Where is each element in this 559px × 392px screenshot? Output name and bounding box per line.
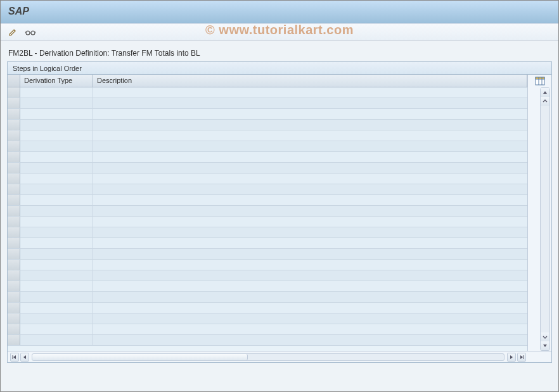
table-row[interactable] bbox=[8, 303, 527, 313]
row-selector[interactable] bbox=[8, 324, 20, 334]
table-row[interactable] bbox=[8, 120, 527, 130]
cell-description[interactable] bbox=[93, 120, 527, 130]
cell-derivation-type[interactable] bbox=[20, 238, 93, 248]
row-selector[interactable] bbox=[8, 120, 20, 130]
scroll-down-step-button[interactable] bbox=[541, 332, 549, 341]
row-selector[interactable] bbox=[8, 195, 20, 205]
row-selector[interactable] bbox=[8, 109, 20, 119]
table-row[interactable] bbox=[8, 249, 527, 260]
cell-description[interactable] bbox=[93, 184, 527, 194]
row-selector[interactable] bbox=[8, 270, 20, 281]
row-selector[interactable] bbox=[8, 98, 20, 108]
row-selector[interactable] bbox=[8, 227, 20, 237]
table-row[interactable] bbox=[8, 292, 527, 303]
cell-derivation-type[interactable] bbox=[20, 227, 93, 237]
cell-description[interactable] bbox=[93, 87, 527, 98]
row-selector[interactable] bbox=[8, 184, 20, 194]
cell-description[interactable] bbox=[93, 281, 527, 291]
row-selector[interactable] bbox=[8, 249, 20, 259]
horizontal-scroll-track[interactable] bbox=[32, 353, 504, 361]
table-row[interactable] bbox=[8, 98, 527, 109]
cell-derivation-type[interactable] bbox=[20, 130, 93, 141]
table-row[interactable] bbox=[8, 109, 527, 120]
scroll-first-button[interactable] bbox=[10, 353, 19, 362]
table-row[interactable] bbox=[8, 152, 527, 163]
cell-derivation-type[interactable] bbox=[20, 313, 93, 324]
row-selector[interactable] bbox=[8, 292, 20, 302]
table-row[interactable] bbox=[8, 324, 527, 335]
table-row[interactable] bbox=[8, 260, 527, 270]
cell-description[interactable] bbox=[93, 292, 527, 302]
row-selector[interactable] bbox=[8, 335, 20, 345]
cell-description[interactable] bbox=[93, 206, 527, 216]
table-row[interactable] bbox=[8, 217, 527, 227]
cell-description[interactable] bbox=[93, 109, 527, 119]
table-row[interactable] bbox=[8, 238, 527, 249]
row-selector[interactable] bbox=[8, 303, 20, 313]
cell-derivation-type[interactable] bbox=[20, 184, 93, 194]
cell-description[interactable] bbox=[93, 174, 527, 184]
table-row[interactable] bbox=[8, 335, 527, 346]
table-settings-button[interactable] bbox=[534, 76, 546, 86]
display-button[interactable] bbox=[23, 26, 37, 39]
cell-derivation-type[interactable] bbox=[20, 141, 93, 151]
row-selector[interactable] bbox=[8, 281, 20, 291]
row-selector[interactable] bbox=[8, 163, 20, 173]
table-row[interactable] bbox=[8, 313, 527, 324]
row-selector[interactable] bbox=[8, 217, 20, 227]
cell-derivation-type[interactable] bbox=[20, 109, 93, 119]
cell-description[interactable] bbox=[93, 313, 527, 324]
cell-description[interactable] bbox=[93, 238, 527, 248]
cell-description[interactable] bbox=[93, 227, 527, 237]
column-selector-header[interactable] bbox=[8, 75, 20, 87]
cell-description[interactable] bbox=[93, 152, 527, 162]
cell-derivation-type[interactable] bbox=[20, 98, 93, 108]
cell-description[interactable] bbox=[93, 98, 527, 108]
scroll-last-button[interactable] bbox=[517, 353, 526, 362]
row-selector[interactable] bbox=[8, 238, 20, 248]
cell-description[interactable] bbox=[93, 335, 527, 345]
table-row[interactable] bbox=[8, 174, 527, 184]
scroll-down-button[interactable] bbox=[541, 341, 549, 350]
cell-derivation-type[interactable] bbox=[20, 163, 93, 173]
cell-description[interactable] bbox=[93, 303, 527, 313]
table-row[interactable] bbox=[8, 281, 527, 292]
table-row[interactable] bbox=[8, 130, 527, 141]
cell-derivation-type[interactable] bbox=[20, 217, 93, 227]
cell-derivation-type[interactable] bbox=[20, 87, 93, 98]
cell-description[interactable] bbox=[93, 141, 527, 151]
scroll-left-button[interactable] bbox=[20, 353, 29, 362]
cell-description[interactable] bbox=[93, 270, 527, 281]
cell-description[interactable] bbox=[93, 260, 527, 270]
scroll-right-button[interactable] bbox=[507, 353, 516, 362]
cell-derivation-type[interactable] bbox=[20, 335, 93, 345]
table-row[interactable] bbox=[8, 87, 527, 98]
cell-description[interactable] bbox=[93, 249, 527, 259]
cell-description[interactable] bbox=[93, 130, 527, 141]
vertical-scrollbar[interactable] bbox=[540, 87, 550, 351]
vertical-scroll-track[interactable] bbox=[541, 106, 549, 332]
cell-description[interactable] bbox=[93, 217, 527, 227]
cell-derivation-type[interactable] bbox=[20, 292, 93, 302]
edit-button[interactable] bbox=[6, 26, 20, 39]
cell-description[interactable] bbox=[93, 195, 527, 205]
row-selector[interactable] bbox=[8, 260, 20, 270]
cell-derivation-type[interactable] bbox=[20, 281, 93, 291]
row-selector[interactable] bbox=[8, 152, 20, 162]
cell-derivation-type[interactable] bbox=[20, 206, 93, 216]
row-selector[interactable] bbox=[8, 141, 20, 151]
cell-description[interactable] bbox=[93, 324, 527, 334]
table-row[interactable] bbox=[8, 163, 527, 174]
row-selector[interactable] bbox=[8, 206, 20, 216]
table-row[interactable] bbox=[8, 141, 527, 152]
table-row[interactable] bbox=[8, 227, 527, 238]
row-selector[interactable] bbox=[8, 130, 20, 141]
table-row[interactable] bbox=[8, 206, 527, 217]
column-header-derivation-type[interactable]: Derivation Type bbox=[20, 75, 93, 87]
column-header-description[interactable]: Description bbox=[93, 75, 527, 87]
table-row[interactable] bbox=[8, 270, 527, 281]
cell-derivation-type[interactable] bbox=[20, 324, 93, 334]
cell-description[interactable] bbox=[93, 163, 527, 173]
scroll-up-button[interactable] bbox=[541, 88, 549, 97]
cell-derivation-type[interactable] bbox=[20, 303, 93, 313]
